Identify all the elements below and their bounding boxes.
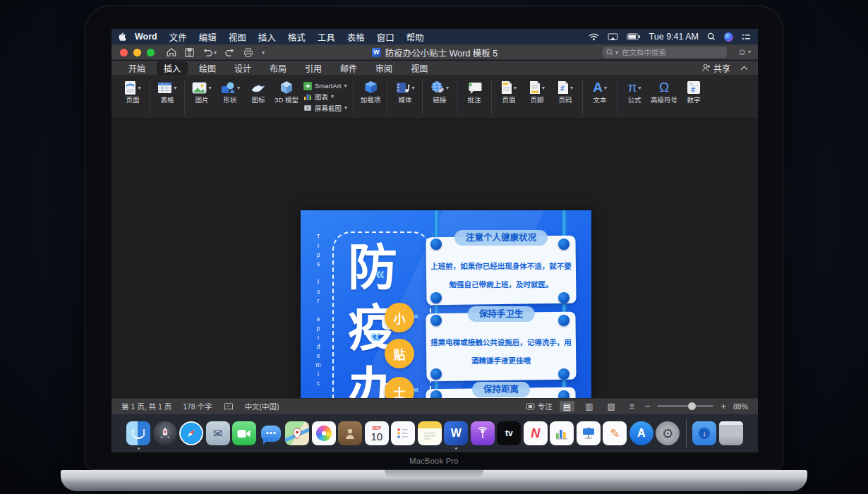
word-count-status[interactable]: 178 个字 [183, 401, 212, 411]
menubar-app-name[interactable]: Word [135, 32, 157, 42]
minimize-window-button[interactable] [133, 49, 141, 56]
zoom-level[interactable]: 88% [733, 402, 748, 411]
dock-podcasts[interactable] [471, 421, 495, 445]
zoom-out-button[interactable]: − [645, 401, 651, 411]
zoom-slider-thumb[interactable] [688, 402, 696, 410]
screen-mirroring-icon[interactable] [608, 33, 618, 41]
menu-item-help[interactable]: 帮助 [406, 30, 424, 44]
insert-chart-button[interactable]: 图表▾ [303, 92, 347, 102]
dock-contacts[interactable] [338, 421, 362, 445]
apple-menu-icon[interactable] [119, 32, 127, 42]
dock-finder[interactable] [126, 421, 150, 445]
tab-home[interactable]: 开始 [121, 61, 152, 75]
tab-insert[interactable]: 插入 [157, 61, 188, 75]
dock-apple-tv[interactable]: tv [497, 421, 521, 445]
tab-mailings[interactable]: 邮件 [333, 61, 364, 75]
menu-item-window[interactable]: 窗口 [377, 30, 394, 44]
insert-smartart-button[interactable]: SmartArt▾ [303, 82, 347, 90]
dock-maps[interactable] [285, 421, 309, 445]
dock-mail[interactable]: ✉ [206, 421, 230, 445]
tab-references[interactable]: 引用 [298, 61, 329, 75]
insert-header-button[interactable]: ▾ 页眉 [495, 78, 523, 116]
insert-comment-button[interactable]: 批注 [460, 78, 488, 116]
siri-icon[interactable] [724, 32, 733, 42]
redo-button[interactable] [225, 48, 235, 56]
menu-item-table[interactable]: 表格 [347, 30, 365, 44]
dock-system-preferences[interactable]: ⚙ [656, 421, 680, 445]
insert-equation-button[interactable]: π▾ 公式 [620, 78, 649, 116]
insert-icons-button[interactable]: 图标 [244, 78, 272, 116]
insert-addins-button[interactable]: 加载项 [356, 78, 385, 116]
menu-item-insert[interactable]: 插入 [258, 30, 276, 44]
dock-launchpad[interactable] [153, 421, 177, 445]
menu-item-tools[interactable]: 工具 [318, 30, 335, 44]
collapse-ribbon-button[interactable] [740, 66, 748, 71]
tab-draw[interactable]: 绘图 [192, 61, 223, 75]
insert-shapes-button[interactable]: ▾ 形状 [216, 78, 244, 116]
tab-view[interactable]: 视图 [404, 61, 435, 75]
document-page[interactable]: Tips for epidemic prevention 防 疫 办 工 小 贴… [301, 210, 591, 398]
tab-review[interactable]: 审阅 [368, 61, 399, 75]
share-button[interactable]: 共享 [701, 62, 730, 74]
dock-trash[interactable] [719, 421, 743, 445]
svg-text:#: # [691, 85, 695, 94]
dock-safari[interactable] [179, 421, 203, 445]
dock-news[interactable]: N [524, 421, 548, 445]
feedback-smiley-button[interactable]: ☺▾ [737, 47, 751, 57]
dock-messages[interactable]: ⋯ [259, 421, 283, 445]
dock-downloads[interactable]: ↓ [692, 421, 716, 445]
save-button[interactable] [185, 48, 194, 57]
customize-toolbar-caret[interactable]: ▾ [262, 49, 265, 56]
home-button[interactable] [167, 47, 176, 57]
dock-calendar[interactable]: SEP10 [365, 421, 389, 445]
pi-icon: π [627, 80, 637, 95]
search-input[interactable] [620, 47, 723, 57]
page-count-status[interactable]: 第 1 页, 共 1 页 [121, 401, 171, 411]
insert-text-button[interactable]: A▾ 文本 [586, 78, 614, 116]
dock-notes[interactable] [418, 421, 442, 445]
dock-facetime[interactable] [232, 421, 256, 445]
close-window-button[interactable] [120, 49, 128, 56]
insert-pages-button[interactable]: ▾ 页面 [119, 78, 147, 116]
web-layout-view-button[interactable]: ▥ [581, 401, 596, 412]
insert-symbol-button[interactable]: Ω 高级符号 [649, 78, 680, 116]
insert-page-number-button[interactable]: #▾ 页码 [551, 78, 579, 116]
zoom-slider[interactable] [657, 405, 713, 407]
notification-center-icon[interactable] [742, 33, 751, 41]
outline-view-button[interactable]: ▨ [603, 401, 618, 412]
insert-screenshot-button[interactable]: 屏幕截图▾ [303, 103, 347, 113]
insert-media-button[interactable]: ▾ 媒体 [391, 78, 419, 116]
tab-design[interactable]: 设计 [227, 61, 258, 75]
print-button[interactable] [243, 48, 253, 57]
undo-button[interactable]: ▾ [203, 48, 217, 56]
menu-item-format[interactable]: 格式 [288, 30, 306, 44]
proofing-status-icon[interactable] [224, 402, 234, 411]
menu-item-view[interactable]: 视图 [229, 30, 246, 44]
insert-number-button[interactable]: # 数字 [680, 78, 708, 116]
dock-numbers[interactable] [550, 421, 574, 445]
wifi-icon[interactable] [589, 33, 599, 41]
dock-app-store[interactable]: A [629, 421, 653, 445]
document-search-field[interactable]: ▾ [603, 47, 727, 58]
menubar-clock[interactable]: Tue 9:41 AM [649, 32, 699, 42]
draft-view-button[interactable]: ≡ [626, 401, 638, 412]
zoom-in-button[interactable]: + [721, 401, 726, 411]
insert-3d-model-button[interactable]: 3D 模型 [272, 78, 301, 116]
zoom-window-button[interactable] [147, 49, 155, 56]
dock-pages[interactable]: ✎ [603, 421, 627, 445]
dock-keynote[interactable] [577, 421, 601, 445]
insert-table-button[interactable]: ▾ 表格 [153, 78, 181, 116]
language-status[interactable]: 中文(中国) [245, 401, 279, 411]
dock-reminders[interactable] [391, 421, 415, 445]
menu-item-file[interactable]: 文件 [169, 30, 187, 44]
insert-footer-button[interactable]: ▾ 页脚 [523, 78, 551, 116]
insert-pictures-button[interactable]: ▾ 图片 [188, 78, 216, 116]
focus-mode-button[interactable]: 专注 [526, 401, 553, 411]
print-layout-view-button[interactable]: ▤ [560, 401, 574, 412]
dock-photos[interactable] [312, 421, 336, 445]
insert-links-button[interactable]: ▾ 链接 [426, 78, 454, 116]
dock-word[interactable]: W [444, 421, 468, 445]
menu-item-edit[interactable]: 编辑 [199, 30, 217, 44]
tab-layout[interactable]: 布局 [263, 61, 294, 75]
spotlight-search-icon[interactable] [707, 32, 716, 41]
